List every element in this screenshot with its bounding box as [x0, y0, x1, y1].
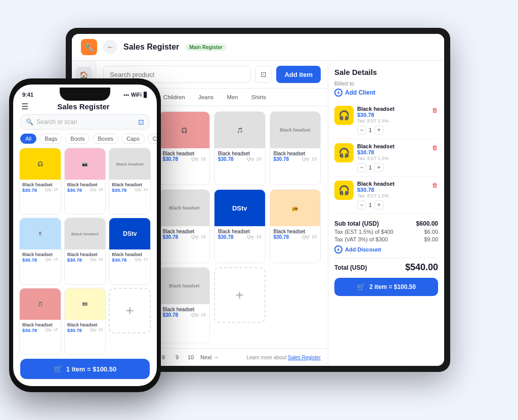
- qty-controls: − 1 +: [357, 125, 428, 135]
- product-qty: Qty: 15: [191, 156, 206, 162]
- phone-product-card[interactable]: 🎧 Black headset $30.78 Qty: 15: [19, 148, 61, 215]
- qty-decrease-button[interactable]: −: [357, 125, 366, 135]
- cart-item-tax: Tax: EST 1.5%: [357, 155, 428, 161]
- add-discount-button[interactable]: + Add Discount: [334, 245, 438, 254]
- add-product-button[interactable]: +: [214, 267, 266, 323]
- product-price: $30.78: [163, 234, 179, 240]
- qty-value: 1: [369, 202, 372, 208]
- phone-checkout-label: 1 item = $100.50: [66, 365, 116, 373]
- tax2-label: Tax (VAT 3%) of $300: [334, 236, 388, 242]
- wifi-icon: WiFi: [131, 92, 142, 98]
- tax2-row: Tax (VAT 3%) of $300 $9.00: [334, 236, 438, 242]
- phone-tab-boxes[interactable]: Boxes: [93, 134, 118, 144]
- phone-product-card[interactable]: 🎵 Black headset $30.78 Qty: 15: [19, 288, 61, 355]
- back-button[interactable]: ←: [103, 40, 117, 54]
- cart-item-name: Black headset: [357, 181, 428, 187]
- phone-tab-c[interactable]: C: [148, 134, 157, 144]
- phone-tab-all[interactable]: All: [20, 134, 36, 144]
- phone-product-name: Black headset: [112, 182, 148, 187]
- product-name: Black headset: [218, 151, 262, 156]
- cart-item-2: 🎧 Black headset $30.78 Tax: EST 1.5% − 1…: [334, 139, 438, 177]
- product-card[interactable]: 🎧 Black headset $30.78 Qty: 15: [159, 111, 210, 185]
- product-price: $30.78: [218, 156, 234, 162]
- page-9[interactable]: 9: [171, 352, 183, 363]
- subtotal-value: $600.00: [416, 220, 438, 227]
- product-name: Black headset: [274, 229, 317, 234]
- qty-decrease-button[interactable]: −: [357, 200, 366, 209]
- add-item-button[interactable]: Add item: [276, 66, 321, 83]
- next-page-button[interactable]: Next →: [200, 354, 219, 360]
- add-client-button[interactable]: + Add Client: [334, 89, 438, 97]
- phone-product-info: Black headset $30.78 Qty: 15: [109, 249, 150, 265]
- phone-checkout-button[interactable]: 🛒 1 item = $100.50: [20, 359, 150, 379]
- product-card[interactable]: Black headset Black headset $30.78 Qty: …: [159, 189, 210, 263]
- phone-product-card[interactable]: Black headset Black headset $30.78 Qty: …: [109, 148, 151, 215]
- phone-product-card[interactable]: Black headset Black headset $30.78 Qty: …: [64, 218, 106, 284]
- plus-icon: +: [236, 287, 244, 303]
- product-name: Black headset: [163, 229, 206, 234]
- sales-register-link[interactable]: Sales Register: [288, 355, 321, 360]
- qty-increase-button[interactable]: +: [374, 163, 383, 172]
- phone-product-name: Black headset: [22, 322, 58, 327]
- cart-item-name: Black headset: [357, 143, 428, 149]
- phone-tab-bags[interactable]: Bags: [39, 134, 62, 144]
- add-client-label: Add Client: [345, 89, 375, 96]
- hamburger-menu[interactable]: ☰: [21, 102, 28, 111]
- product-card[interactable]: 📻 Black headset $30.78 Qty: 15: [270, 189, 321, 263]
- product-card[interactable]: Black headset Black headset $30.78 Qty: …: [159, 267, 210, 343]
- tax2-value: $9.00: [424, 236, 438, 242]
- phone-search[interactable]: 🔍 Search or scan ⊡: [20, 114, 150, 130]
- product-price: $30.78: [274, 234, 289, 240]
- delete-item-button[interactable]: 🗑: [432, 182, 438, 189]
- tab-men[interactable]: Men: [222, 93, 243, 102]
- phone-product-info: Black headset $30.78 Qty: 15: [65, 249, 106, 265]
- phone-product-image: Black headset: [65, 218, 106, 249]
- phone-product-card[interactable]: 🎙 Black headset $30.78 Qty: 15: [19, 218, 61, 284]
- phone-tab-caps[interactable]: Caps: [121, 134, 145, 144]
- phone-product-card[interactable]: 📷 Black headset $30.78 Qty: 18: [64, 148, 106, 215]
- qty-increase-button[interactable]: +: [374, 200, 383, 209]
- phone-product-image: 📷: [65, 148, 106, 180]
- page-10[interactable]: 10: [185, 352, 196, 363]
- qty-value: 1: [369, 127, 372, 133]
- cart-item-details: Black headset $30.78 Tax: EST 1.5% − 1 +: [357, 143, 428, 172]
- product-image: DStv: [214, 190, 265, 226]
- register-badge: Main Register: [185, 44, 227, 51]
- tablet-scan-button[interactable]: ⊡: [255, 66, 272, 83]
- tab-children[interactable]: Children: [158, 93, 190, 102]
- phone-product-qty: Qty: 15: [135, 187, 148, 193]
- phone-product-image: 🎙: [20, 218, 61, 249]
- phone-product-qty: Qty: 15: [135, 257, 148, 263]
- tablet-title: Sales Register: [123, 43, 179, 52]
- phone-add-product-button[interactable]: +: [109, 288, 151, 333]
- qty-decrease-button[interactable]: −: [357, 163, 366, 172]
- tab-jeans[interactable]: Jeans: [193, 93, 219, 102]
- tax1-row: Tax (EST 1.5%) of $400 $6.00: [334, 229, 438, 235]
- phone-tab-boots[interactable]: Boots: [65, 134, 90, 144]
- phone-product-info: Black headset $30.78 Qty: 15: [20, 320, 61, 335]
- tablet-checkout-button[interactable]: 🛒 2 item = $100.50: [334, 278, 438, 296]
- phone-product-info: Black headset $30.78 Qty: 15: [20, 180, 61, 195]
- learn-more-text: Learn more about Sales Register: [246, 355, 321, 360]
- phone-products-grid: 🎧 Black headset $30.78 Qty: 15 📷 Black h…: [13, 148, 157, 355]
- total-row: Total (USD) $540.00: [334, 258, 438, 273]
- product-info: Black headset $30.78 Qty: 15: [214, 226, 265, 242]
- phone-product-card[interactable]: DStv Black headset $30.78 Qty: 15: [109, 218, 151, 284]
- phone-scan-icon[interactable]: ⊡: [138, 118, 144, 126]
- tab-shirts[interactable]: Shirts: [246, 93, 271, 102]
- total-label: Total (USD): [334, 264, 367, 271]
- phone-product-name: Black headset: [22, 182, 58, 187]
- cart-item-image: 🎧: [334, 181, 354, 200]
- delete-item-button[interactable]: 🗑: [432, 107, 438, 114]
- delete-item-button[interactable]: 🗑: [432, 144, 438, 151]
- product-card[interactable]: DStv Black headset $30.78 Qty: 15: [214, 189, 266, 263]
- phone-product-price: $30.78: [22, 327, 37, 333]
- product-card[interactable]: 🎵 Black headset $30.78 Qty: 15: [214, 111, 266, 185]
- phone-product-card[interactable]: 📼 Black headset $30.78 Qty: 15: [64, 288, 106, 355]
- total-value: $540.00: [405, 262, 438, 273]
- qty-increase-button[interactable]: +: [374, 125, 383, 135]
- product-price: $30.78: [163, 156, 179, 162]
- product-card[interactable]: Black headset Black headset $30.78 Qty: …: [270, 111, 321, 185]
- search-icon: 🔍: [26, 118, 33, 125]
- product-name: Black headset: [163, 307, 206, 312]
